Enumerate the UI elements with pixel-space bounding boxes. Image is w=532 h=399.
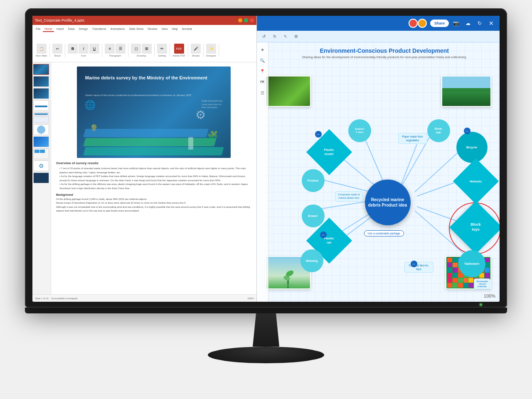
shapes-icon[interactable]: ◻	[131, 44, 141, 54]
minimize-button[interactable]	[238, 18, 242, 22]
dots-badge-plastic-rail[interactable]: ···	[320, 232, 327, 238]
bg-text-1: Of the drifting garbage found (1,894 in …	[56, 197, 251, 202]
sell-only-node[interactable]: Sell only face-to-face	[404, 262, 433, 273]
tab-draw[interactable]: Draw	[66, 27, 76, 32]
share-button[interactable]: Share	[430, 20, 449, 27]
tab-review[interactable]: Review	[146, 27, 159, 32]
dots-badge-bicycle[interactable]: ···	[464, 128, 470, 134]
slide-thumb-6[interactable]	[33, 124, 49, 135]
bullet-2: As for the language notation of PET bott…	[56, 175, 251, 182]
sustainable-node[interactable]: Use a sustainable package	[364, 230, 404, 236]
reset-icon[interactable]: ↩	[52, 44, 62, 54]
ribbon-group-drawing: ◻ ⊞ Drawing	[131, 44, 155, 57]
cloud-icon[interactable]: ☁	[464, 19, 472, 27]
slide-gear-icon: ⚙	[195, 108, 206, 122]
power-indicator	[480, 303, 482, 306]
block-toys-node[interactable]: Blocktoys	[457, 209, 495, 246]
sidebar-map-icon[interactable]: 🗺	[259, 78, 266, 86]
camera-icon[interactable]: 📷	[452, 19, 461, 27]
maximize-button[interactable]	[244, 18, 248, 22]
paper-made-node[interactable]: Paper made from vegetables	[398, 133, 427, 144]
bg-text-2: Dense lumps of Styrofoam fragments (1 cm…	[56, 201, 251, 205]
slide-layers	[77, 125, 231, 158]
tableware-node[interactable]: Tableware	[458, 250, 485, 277]
designer-icon[interactable]: ✨	[206, 44, 216, 54]
english-tshirt-node[interactable]: EnglishT-shirt	[348, 119, 371, 142]
slide-figure	[188, 137, 193, 150]
cursor-icon[interactable]: ↖	[282, 33, 289, 40]
helmets-node[interactable]: Helmets	[460, 165, 492, 197]
undo-icon[interactable]: ↺	[260, 33, 268, 40]
slide-puzzle-icon: 🧩	[207, 131, 218, 141]
bg-text-3: Although it was not remarkable due to th…	[56, 205, 251, 213]
renewable-node[interactable]: Renewablenaturalmaterials.	[474, 278, 490, 289]
tab-design[interactable]: Design	[77, 27, 90, 32]
dots-badge-sell[interactable]: ···	[411, 261, 417, 267]
tab-view[interactable]: View	[160, 27, 169, 32]
mindmap-titlebar: Share 📷 ☁ ↻ ✕	[257, 16, 500, 31]
center-node[interactable]: Recycled marine debris Product idea	[365, 180, 411, 225]
tab-transitions[interactable]: Transitions	[91, 27, 108, 32]
sidebar-location-icon[interactable]: 📍	[259, 67, 266, 75]
tab-help[interactable]: Help	[170, 27, 179, 32]
composite-node[interactable]: Composite made of marine plastic liner	[335, 191, 363, 202]
monitor-neck	[249, 313, 283, 347]
slide-thumb-7[interactable]	[33, 136, 49, 147]
bold-icon[interactable]: B	[68, 44, 78, 54]
ribbon-group-reset: ↩ Reset	[52, 44, 65, 57]
refresh-icon[interactable]: ↻	[475, 19, 484, 27]
sidebar-search-icon[interactable]: 🔍	[259, 57, 266, 64]
ribbon-group-font: B I U Font	[68, 44, 102, 57]
ppt-filename: Text_Corporate Profile_4.pptx	[35, 18, 236, 22]
editing-icon[interactable]: ✏	[157, 44, 167, 54]
slide-globe-icon: 🌐	[84, 100, 96, 111]
weaving-node[interactable]: Weaving	[300, 249, 323, 272]
mindmap-toolbar: ↺ ↻ ↖ ⚙	[257, 31, 500, 42]
slide-thumb-2[interactable]	[33, 76, 49, 87]
pdf-icon[interactable]: PDF	[174, 44, 184, 54]
bullets-icon[interactable]: ☰	[116, 44, 126, 54]
dots-badge-plastic-model[interactable]: ···	[315, 131, 322, 138]
bicycle-node[interactable]: Bicycle	[456, 132, 488, 163]
close-button[interactable]	[250, 18, 254, 22]
tab-animations[interactable]: Animations	[109, 27, 127, 32]
tab-insert[interactable]: Insert	[55, 27, 66, 32]
tab-slideshow[interactable]: Slide Show	[127, 27, 145, 32]
dictate-icon[interactable]: 🎤	[191, 44, 201, 54]
ppt-panel: Text_Corporate Profile_4.pptx File Home …	[32, 16, 257, 302]
new-slide-icon[interactable]: 📋	[37, 44, 47, 54]
zoom-level: 100%	[247, 297, 254, 300]
underline-icon[interactable]: U	[89, 44, 99, 54]
mindmap-sidebar: ★ 🔍 📍 🗺 ☰	[257, 42, 268, 302]
close-icon[interactable]: ✕	[487, 19, 495, 27]
slide-thumb-10[interactable]	[33, 172, 49, 183]
eraser-node[interactable]: Eraser	[302, 204, 325, 227]
slide-thumb-5[interactable]	[33, 112, 49, 123]
slide-thumb-1[interactable]	[33, 64, 49, 75]
ribbon-group-designer: ✨ Designer	[206, 44, 219, 57]
slide-bulb-icon: 💡	[89, 124, 99, 133]
tab-home[interactable]: Home	[43, 27, 54, 32]
slide-thumb-8[interactable]	[33, 148, 49, 159]
snowmar-node[interactable]: Snow-mar	[427, 119, 450, 142]
italic-icon[interactable]: I	[79, 44, 89, 54]
settings-icon[interactable]: ⚙	[293, 33, 300, 40]
frisbee-node[interactable]: Frisbee	[302, 169, 325, 192]
align-left-icon[interactable]: ≡	[105, 44, 115, 54]
tab-file[interactable]: File	[34, 27, 42, 32]
redo-icon[interactable]: ↻	[271, 33, 278, 40]
slide-thumb-3[interactable]	[33, 88, 49, 99]
ppt-footer: Slide 1 of 31 Accessibility Investigate …	[32, 294, 256, 302]
accessibility-label: Accessibility Investigate	[51, 297, 77, 300]
plastic-model-node[interactable]: Plasticmodel	[313, 136, 345, 168]
avatar-1	[409, 19, 418, 28]
sidebar-star-icon[interactable]: ★	[259, 46, 266, 53]
ribbon-tabs: File Home Insert Draw Design Transitions…	[34, 26, 255, 33]
sidebar-menu-icon[interactable]: ☰	[259, 89, 266, 96]
slide-thumb-9[interactable]: ⚙	[33, 160, 49, 171]
ribbon-group-dictate: 🎤 Dictate	[191, 44, 204, 57]
slide-thumb-4[interactable]	[33, 100, 49, 111]
arrange-icon[interactable]: ⊞	[142, 44, 152, 54]
slide-main-subtitle: Interim report of the survey conducted o…	[85, 94, 222, 97]
tab-acrobat[interactable]: Acrobat	[180, 27, 194, 32]
